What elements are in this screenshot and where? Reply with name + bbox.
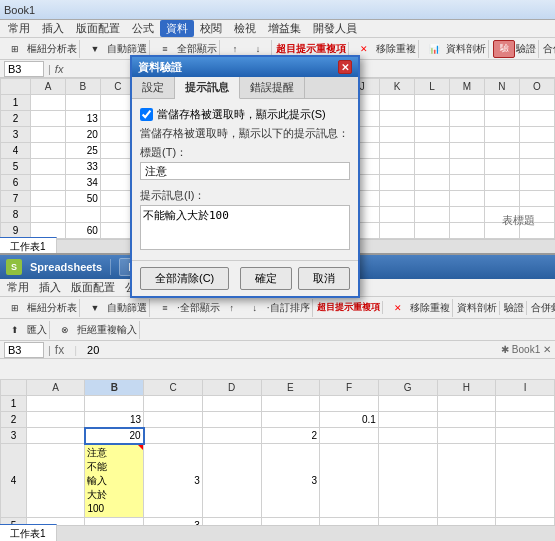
- top-cell-r6-c11[interactable]: [380, 175, 415, 191]
- top-sheet-tab[interactable]: 工作表1: [0, 237, 57, 253]
- cell-a2[interactable]: [26, 412, 85, 428]
- top-cell-r1-c12[interactable]: [415, 95, 450, 111]
- cell-c4[interactable]: 3: [144, 444, 203, 518]
- top-cell-r1-c1[interactable]: [31, 95, 66, 111]
- top-cell-r5-c2[interactable]: 33: [65, 159, 100, 175]
- top-cell-r3-c1[interactable]: [31, 127, 66, 143]
- cell-i3[interactable]: [496, 428, 555, 444]
- menu-view[interactable]: 檢視: [228, 20, 262, 37]
- cell-i2[interactable]: [496, 412, 555, 428]
- cell-f1[interactable]: [320, 396, 379, 412]
- top-cell-r4-c14[interactable]: [484, 143, 519, 159]
- top-cell-r5-c11[interactable]: [380, 159, 415, 175]
- top-cell-r5-c1[interactable]: [31, 159, 66, 175]
- top-cell-r4-c1[interactable]: [31, 143, 66, 159]
- top-cell-r1-c13[interactable]: [450, 95, 485, 111]
- taskbar-app-label[interactable]: Spreadsheets: [26, 259, 111, 275]
- cell-h3[interactable]: [437, 428, 496, 444]
- top-cell-r7-c1[interactable]: [31, 191, 66, 207]
- cell-b2[interactable]: 13: [85, 412, 144, 428]
- cell-g3[interactable]: [378, 428, 437, 444]
- top-cell-r2-c14[interactable]: [484, 111, 519, 127]
- cell-b4[interactable]: 注意不能輸入大於100: [85, 444, 144, 518]
- ok-button[interactable]: 確定: [240, 267, 292, 290]
- cell-g2[interactable]: [378, 412, 437, 428]
- top-cell-r5-c14[interactable]: [484, 159, 519, 175]
- cell-e3[interactable]: 2: [261, 428, 320, 444]
- cell-b1[interactable]: [85, 396, 144, 412]
- menu-data[interactable]: 資料: [160, 20, 194, 37]
- top-cell-r6-c12[interactable]: [415, 175, 450, 191]
- top-cell-r6-c2[interactable]: 34: [65, 175, 100, 191]
- top-cell-r6-c14[interactable]: [484, 175, 519, 191]
- top-cell-r8-c12[interactable]: [415, 207, 450, 223]
- top-cell-r2-c2[interactable]: 13: [65, 111, 100, 127]
- bottom-remove-dup-btn[interactable]: ✕: [387, 299, 409, 317]
- top-cell-r8-c13[interactable]: [450, 207, 485, 223]
- top-cell-r7-c15[interactable]: [519, 191, 554, 207]
- top-cell-r9-c11[interactable]: [380, 223, 415, 239]
- bottom-showall-btn[interactable]: ≡: [154, 299, 176, 317]
- top-cell-r4-c2[interactable]: 25: [65, 143, 100, 159]
- top-cell-r1-c15[interactable]: [519, 95, 554, 111]
- cell-g1[interactable]: [378, 396, 437, 412]
- top-cell-r1-c11[interactable]: [380, 95, 415, 111]
- validate-btn[interactable]: 驗: [493, 40, 515, 58]
- bottom-reject-btn[interactable]: ⊗: [54, 321, 76, 339]
- bottom-import-btn[interactable]: ⬆: [4, 321, 26, 339]
- top-cell-r4-c15[interactable]: [519, 143, 554, 159]
- top-cell-r6-c1[interactable]: [31, 175, 66, 191]
- top-cell-r9-c12[interactable]: [415, 223, 450, 239]
- top-cell-r4-c11[interactable]: [380, 143, 415, 159]
- cell-b3[interactable]: 20: [85, 428, 144, 444]
- bottom-menu-insert[interactable]: 插入: [34, 279, 66, 296]
- top-cell-r2-c12[interactable]: [415, 111, 450, 127]
- dialog-tab-settings[interactable]: 設定: [132, 77, 175, 98]
- cell-h4[interactable]: [437, 444, 496, 518]
- menu-changeyong[interactable]: 常用: [2, 20, 36, 37]
- cell-a3[interactable]: [26, 428, 85, 444]
- dialog-close-button[interactable]: ✕: [338, 60, 352, 74]
- top-cell-r1-c2[interactable]: [65, 95, 100, 111]
- cell-d3[interactable]: [202, 428, 261, 444]
- cell-c1[interactable]: [144, 396, 203, 412]
- top-cell-r9-c2[interactable]: 60: [65, 223, 100, 239]
- bottom-sortasc-btn[interactable]: ↑: [221, 299, 243, 317]
- top-cell-r3-c15[interactable]: [519, 127, 554, 143]
- dialog-tab-input-message[interactable]: 提示訊息: [175, 77, 240, 99]
- pivot-table-btn[interactable]: ⊞: [4, 40, 26, 58]
- bottom-cell-ref[interactable]: [4, 342, 44, 358]
- cell-g4[interactable]: [378, 444, 437, 518]
- bottom-menu-changeyong[interactable]: 常用: [2, 279, 34, 296]
- cell-e1[interactable]: [261, 396, 320, 412]
- menu-dev[interactable]: 開發人員: [307, 20, 363, 37]
- bottom-formula-input[interactable]: [87, 344, 487, 356]
- bottom-autofilter-btn[interactable]: ▼: [84, 299, 106, 317]
- top-cell-r8-c11[interactable]: [380, 207, 415, 223]
- cell-i1[interactable]: [496, 396, 555, 412]
- cell-f4[interactable]: [320, 444, 379, 518]
- cell-c2[interactable]: [144, 412, 203, 428]
- data-analyze-btn[interactable]: 📊: [423, 40, 445, 58]
- cell-i4[interactable]: [496, 444, 555, 518]
- cell-c3[interactable]: [144, 428, 203, 444]
- cell-e2[interactable]: [261, 412, 320, 428]
- top-cell-r6-c15[interactable]: [519, 175, 554, 191]
- cell-a1[interactable]: [26, 396, 85, 412]
- cell-h1[interactable]: [437, 396, 496, 412]
- menu-addins[interactable]: 增益集: [262, 20, 307, 37]
- menu-layout[interactable]: 版面配置: [70, 20, 126, 37]
- bottom-sheet-tab[interactable]: 工作表1: [0, 524, 57, 541]
- top-cell-r6-c13[interactable]: [450, 175, 485, 191]
- top-cell-r2-c11[interactable]: [380, 111, 415, 127]
- top-cell-r7-c2[interactable]: 50: [65, 191, 100, 207]
- autofilter-btn[interactable]: ▼: [84, 40, 106, 58]
- cell-f3[interactable]: [320, 428, 379, 444]
- top-cell-r1-c14[interactable]: [484, 95, 519, 111]
- cell-d1[interactable]: [202, 396, 261, 412]
- cell-f2[interactable]: 0.1: [320, 412, 379, 428]
- cell-d2[interactable]: [202, 412, 261, 428]
- top-cell-r3-c13[interactable]: [450, 127, 485, 143]
- bottom-menu-layout[interactable]: 版面配置: [66, 279, 120, 296]
- top-cell-ref[interactable]: [4, 61, 44, 77]
